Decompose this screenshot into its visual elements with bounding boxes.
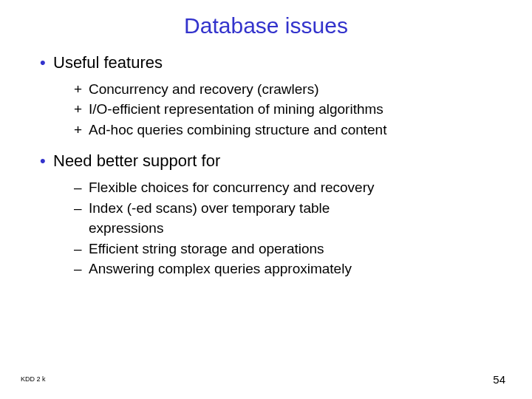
item-text: Concurrency and recovery (crawlers) [89, 81, 319, 97]
list-item: –Index (-ed scans) over temporary table [74, 198, 502, 219]
page-number: 54 [493, 373, 505, 386]
bullet-icon: • [40, 52, 53, 75]
list-item: –Efficient string storage and operations [74, 239, 502, 259]
dash-icon: – [74, 259, 89, 279]
item-text: I/O-efficient representation of mining a… [89, 101, 383, 117]
dash-icon: – [74, 239, 89, 259]
section-2-items: –Flexible choices for concurrency and re… [74, 177, 502, 279]
heading-text: Need better support for [53, 151, 220, 170]
item-text: Flexible choices for concurrency and rec… [89, 180, 375, 195]
dash-icon: – [74, 177, 89, 198]
section-1-items: +Concurrency and recovery (crawlers) +I/… [74, 79, 502, 140]
list-item: –Answering complex queries approximately [74, 259, 502, 279]
section-heading-1: •Useful features [40, 52, 502, 75]
list-item: +I/O-efficient representation of mining … [74, 99, 502, 120]
bullet-icon: • [40, 150, 53, 173]
item-text-cont: expressions [89, 220, 163, 236]
list-item: +Ad-hoc queries combining structure and … [74, 120, 502, 140]
item-text: Efficient string storage and operations [89, 241, 324, 256]
item-text: Index (-ed scans) over temporary table [89, 200, 330, 216]
section-heading-2: •Need better support for [40, 150, 502, 173]
list-item: –Flexible choices for concurrency and re… [74, 177, 502, 198]
plus-icon: + [74, 120, 89, 140]
slide: Database issues •Useful features +Concur… [0, 0, 532, 399]
item-text: Answering complex queries approximately [89, 261, 352, 276]
footer-label: KDD 2 k [21, 375, 46, 383]
plus-icon: + [74, 79, 89, 100]
list-item: +Concurrency and recovery (crawlers) [74, 79, 502, 100]
slide-title: Database issues [30, 13, 502, 38]
dash-icon: – [74, 198, 89, 219]
plus-icon: + [74, 99, 89, 120]
item-text: Ad-hoc queries combining structure and c… [89, 122, 386, 137]
heading-text: Useful features [53, 53, 163, 72]
list-item-continuation: expressions [74, 218, 502, 239]
